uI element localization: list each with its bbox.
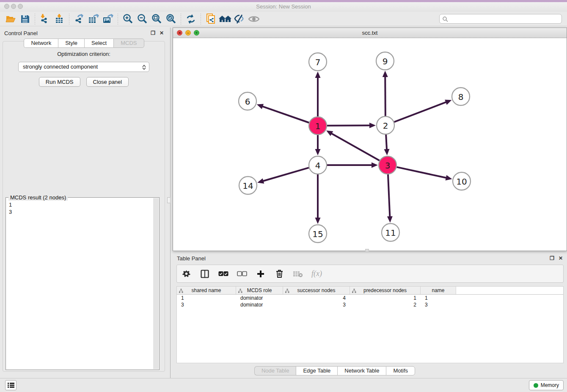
graph-edge[interactable]	[326, 130, 380, 160]
search-input[interactable]	[448, 16, 559, 22]
table-cell[interactable]: 3	[177, 302, 236, 308]
result-line: 3	[9, 208, 157, 215]
column-header-name[interactable]: name	[421, 287, 456, 294]
horizontal-splitter-handle[interactable]	[365, 249, 369, 252]
graph-edge[interactable]	[387, 174, 393, 223]
node-table[interactable]: shared nameMCDS rolesuccessor nodesprede…	[176, 286, 564, 363]
column-header-shared-name[interactable]: shared name	[177, 287, 236, 294]
graph-node-7[interactable]: 7	[309, 53, 327, 71]
close-table-panel-icon[interactable]: ✕	[559, 255, 563, 261]
network-window-titlebar[interactable]: ✕ − + scc.txt	[173, 28, 567, 38]
import-table-icon[interactable]	[52, 13, 66, 25]
graph-edge[interactable]	[394, 99, 452, 122]
result-scrollbar[interactable]	[153, 198, 159, 369]
table-tabs: Node TableEdge TableNetwork TableMotifs	[138, 366, 532, 376]
result-line: 1	[9, 201, 157, 208]
select-all-icon[interactable]	[218, 269, 228, 279]
graph-edge[interactable]	[315, 174, 321, 224]
tab-motifs[interactable]: Motifs	[386, 366, 415, 375]
open-session-icon[interactable]	[3, 13, 18, 25]
table-cell[interactable]: 2	[350, 302, 421, 308]
column-header-successor-nodes[interactable]: successor nodes	[283, 287, 350, 294]
zoom-fit-icon[interactable]	[149, 13, 164, 25]
table-cell[interactable]: 3	[283, 302, 350, 308]
tab-network[interactable]: Network	[24, 39, 58, 48]
table-cell[interactable]: 4	[283, 295, 350, 301]
graph-node-9[interactable]: 9	[376, 52, 394, 70]
graph-node-8[interactable]: 8	[452, 88, 470, 105]
tab-mcds[interactable]: MCDS	[113, 39, 144, 48]
memory-button[interactable]: Memory	[529, 380, 564, 390]
table-cell[interactable]: 1	[177, 295, 236, 301]
graph-edge[interactable]	[257, 104, 309, 122]
svg-text:2: 2	[383, 121, 388, 131]
tab-network-table[interactable]: Network Table	[337, 366, 386, 375]
toolbar-separator	[201, 14, 201, 25]
mcds-panel: Optimization criterion: strongly connect…	[3, 41, 165, 372]
graph-edge[interactable]	[383, 71, 388, 116]
table-panel: Table Panel ❐ ✕ f(x) shared nameMCDS rol…	[173, 253, 567, 378]
tab-node-table[interactable]: Node Table	[254, 366, 296, 375]
column-layout-icon[interactable]	[200, 269, 210, 279]
deselect-all-icon[interactable]	[237, 269, 247, 279]
graph-node-4[interactable]: 4	[309, 156, 327, 174]
close-panel-button[interactable]: Close panel	[86, 77, 129, 87]
optimization-dropdown[interactable]: strongly connected component	[18, 62, 149, 72]
graph-node-2[interactable]: 2	[377, 116, 394, 134]
float-panel-icon[interactable]: ❐	[151, 30, 155, 36]
network-canvas[interactable]: 7968124314101511	[173, 38, 567, 251]
task-history-button[interactable]	[5, 380, 17, 390]
tab-style[interactable]: Style	[58, 39, 84, 48]
graph-edge[interactable]	[327, 163, 378, 168]
graph-edge[interactable]	[257, 168, 309, 183]
table-cell[interactable]: 3	[421, 302, 456, 308]
graph-node-3[interactable]: 3	[379, 156, 396, 174]
control-panel-tabs: NetworkStyleSelectMCDS	[0, 39, 168, 48]
table-settings-icon[interactable]	[181, 269, 191, 279]
tab-edge-table[interactable]: Edge Table	[296, 366, 337, 375]
graph-node-10[interactable]: 10	[453, 172, 471, 190]
export-network-icon[interactable]	[72, 13, 86, 25]
delete-row-icon[interactable]	[274, 269, 284, 279]
table-cell[interactable]: 1	[421, 295, 456, 301]
graph-node-11[interactable]: 11	[382, 224, 399, 241]
network-graph[interactable]: 7968124314101511	[173, 38, 567, 251]
column-header-MCDS-role[interactable]: MCDS role	[236, 287, 283, 294]
search-field[interactable]	[439, 14, 562, 24]
table-row[interactable]: 3dominator323	[177, 301, 563, 308]
graph-node-6[interactable]: 6	[239, 92, 256, 110]
zoom-out-icon[interactable]	[135, 13, 149, 25]
first-neighbors-icon[interactable]	[218, 13, 232, 25]
tab-select[interactable]: Select	[84, 39, 113, 48]
graph-node-1[interactable]: 1	[309, 117, 327, 135]
new-network-from-selection-icon[interactable]	[204, 13, 218, 25]
graph-edge[interactable]	[315, 72, 321, 116]
column-header-predecessor-nodes[interactable]: predecessor nodes	[350, 287, 421, 294]
add-row-icon[interactable]	[256, 269, 266, 279]
graphics-details-icon[interactable]	[232, 13, 247, 25]
graph-edge[interactable]	[327, 123, 376, 128]
graph-edge[interactable]	[396, 167, 452, 181]
vertical-splitter-handle[interactable]	[167, 197, 171, 203]
status-bar: Memory	[0, 378, 567, 392]
import-network-icon[interactable]	[38, 13, 52, 25]
graph-node-14[interactable]: 14	[239, 177, 257, 194]
column-type-icon	[238, 288, 242, 294]
close-panel-icon[interactable]: ✕	[160, 30, 164, 36]
graph-edge[interactable]	[315, 135, 321, 155]
export-table-icon[interactable]	[86, 13, 101, 25]
table-panel-title: Table Panel	[177, 255, 206, 262]
zoom-in-icon[interactable]	[121, 13, 135, 25]
table-cell[interactable]: dominator	[236, 302, 283, 308]
float-table-panel-icon[interactable]: ❐	[550, 255, 554, 261]
table-cell[interactable]: dominator	[236, 295, 283, 301]
export-image-icon[interactable]	[101, 13, 115, 25]
run-mcds-button[interactable]: Run MCDS	[39, 77, 80, 87]
zoom-selected-icon[interactable]	[164, 13, 178, 25]
apply-layout-icon[interactable]	[184, 13, 198, 25]
graph-edge[interactable]	[384, 135, 389, 155]
table-cell[interactable]: 1	[350, 295, 421, 301]
graph-node-15[interactable]: 15	[309, 225, 327, 243]
save-session-icon[interactable]	[18, 13, 32, 25]
table-row[interactable]: 1dominator411	[177, 295, 563, 301]
